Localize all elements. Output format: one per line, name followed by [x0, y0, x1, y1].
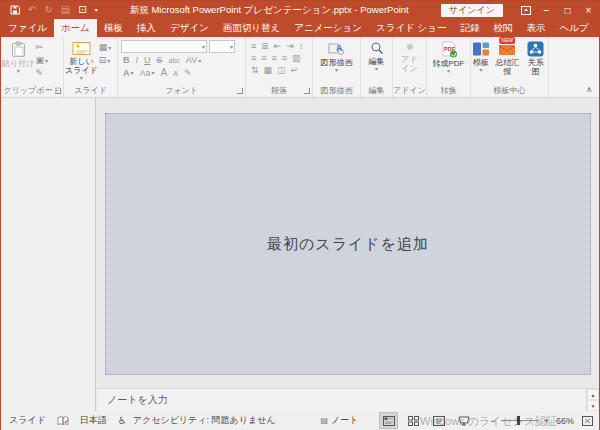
- empty-slide-text: 最初のスライドを追加: [267, 235, 429, 254]
- wrap-text-icon[interactable]: ↵: [291, 66, 299, 75]
- add-first-slide-placeholder[interactable]: 最初のスライドを追加: [105, 113, 591, 375]
- group-label-font: フォント: [118, 85, 245, 97]
- spellcheck-icon[interactable]: [57, 416, 69, 426]
- tab-review[interactable]: 校閲: [487, 19, 520, 37]
- tab-insert[interactable]: 挿入: [130, 19, 163, 37]
- decrease-indent-icon[interactable]: ⇤: [274, 42, 282, 51]
- fit-to-window-button[interactable]: [582, 416, 593, 426]
- italic-button[interactable]: I: [136, 56, 139, 65]
- slide-sorter-view-button[interactable]: [405, 413, 422, 428]
- language-indicator[interactable]: 日本語: [80, 414, 107, 427]
- text-shadow-button[interactable]: abc: [169, 57, 180, 64]
- change-case-button[interactable]: Aa: [140, 69, 151, 78]
- group-label-drawing: 図形描画: [313, 85, 360, 97]
- text-direction-icon[interactable]: ⇅: [251, 66, 259, 75]
- paste-button[interactable]: 貼り付け ▾: [1, 39, 35, 85]
- summary-report-button[interactable]: NEW 总结汇报: [491, 39, 523, 85]
- underline-button[interactable]: U: [144, 56, 151, 65]
- new-slide-button[interactable]: 新しい スライド ▾: [64, 39, 99, 85]
- zoom-out-button[interactable]: −: [490, 416, 495, 426]
- tab-slideshow[interactable]: スライド ショー: [369, 19, 453, 37]
- tab-transitions[interactable]: 画面切り替え: [216, 19, 287, 37]
- ribbon-display-options-icon[interactable]: [515, 6, 536, 15]
- grow-font-button[interactable]: A: [161, 68, 168, 78]
- numbering-icon[interactable]: ≣: [261, 42, 269, 51]
- align-left-icon[interactable]: ≡: [251, 54, 256, 63]
- maximize-button[interactable]: □: [557, 5, 578, 16]
- notes-toggle-button[interactable]: ▤ ノート: [320, 414, 358, 427]
- scroll-up-icon[interactable]: ▲: [587, 389, 599, 400]
- tab-view[interactable]: 表示: [520, 19, 553, 37]
- group-editing: 編集 ▾ 編集: [361, 37, 393, 97]
- strikethrough-button[interactable]: S: [157, 56, 163, 65]
- tab-animations[interactable]: アニメーション: [287, 19, 369, 37]
- layout-icon[interactable]: ▦: [99, 43, 108, 52]
- window-controls: − □ ×: [515, 5, 599, 16]
- slide-indicator: スライド: [9, 414, 46, 427]
- font-dialog-launcher-icon[interactable]: [237, 88, 243, 94]
- collapse-ribbon-icon[interactable]: ∧: [586, 85, 592, 94]
- font-color-button[interactable]: A: [123, 69, 130, 78]
- relationship-diagram-button[interactable]: 关系图: [523, 39, 548, 85]
- reading-view-button[interactable]: [430, 413, 447, 428]
- line-spacing-icon[interactable]: ↕: [299, 42, 304, 51]
- align-right-icon[interactable]: ≡: [272, 54, 277, 63]
- notes-scrollbar: ▲ ▼: [586, 389, 599, 411]
- zoom-slider-thumb[interactable]: [517, 416, 520, 425]
- print-preview-icon[interactable]: ▤: [61, 5, 70, 15]
- normal-view-button[interactable]: [380, 413, 397, 428]
- shrink-font-button[interactable]: A: [173, 70, 178, 77]
- convert-pdf-button[interactable]: PDF 转成PDF ▾: [432, 39, 466, 85]
- save-icon[interactable]: [10, 5, 20, 15]
- slide-canvas: 最初のスライドを追加: [97, 98, 599, 388]
- paragraph-dialog-launcher-icon[interactable]: [304, 88, 310, 94]
- close-button[interactable]: ×: [578, 5, 599, 16]
- sign-in-button[interactable]: サインイン: [441, 4, 503, 17]
- editing-button[interactable]: 編集 ▾: [368, 39, 386, 85]
- accessibility-status[interactable]: アクセシビリティ: 問題ありません: [133, 414, 276, 427]
- template-button[interactable]: 模板 ▾: [471, 39, 491, 85]
- zoom-in-button[interactable]: +: [544, 416, 549, 426]
- columns-icon[interactable]: ▥: [292, 54, 301, 63]
- start-slideshow-icon[interactable]: ⊡: [78, 5, 86, 15]
- powerpoint-window: ↶ ↻ ▤ ⊡ ▾ 新規 Microsoft PowerPoint プレゼンテー…: [0, 0, 600, 430]
- format-painter-icon[interactable]: ✎: [35, 69, 43, 78]
- bullets-icon[interactable]: ≡: [251, 42, 256, 51]
- align-text-icon[interactable]: ▦: [264, 66, 273, 75]
- group-template-center: 模板 ▾ NEW 总结汇报 关系图 模板中心: [471, 37, 549, 97]
- copy-icon[interactable]: ▣: [35, 56, 44, 65]
- group-label-slides: スライド: [64, 85, 117, 97]
- bold-button[interactable]: B: [123, 56, 130, 65]
- tab-design[interactable]: デザイン: [163, 19, 216, 37]
- notes-pane: ノートを入力 ▲ ▼: [97, 388, 599, 411]
- increase-indent-icon[interactable]: ⇥: [286, 42, 294, 51]
- tab-help[interactable]: ヘルプ: [553, 19, 596, 37]
- tab-template[interactable]: 模板: [97, 19, 130, 37]
- accessibility-icon[interactable]: ♿: [118, 415, 127, 426]
- addin-button[interactable]: アドイン: [398, 39, 422, 85]
- justify-icon[interactable]: ≡: [282, 54, 287, 63]
- zoom-level[interactable]: 66%: [554, 416, 574, 426]
- convert-smartart-icon[interactable]: ◫: [277, 66, 286, 75]
- section-icon[interactable]: ⊟: [99, 56, 107, 65]
- group-clipboard: 貼り付け ▾ ✂ ▣▾ ✎ クリップボード: [1, 37, 64, 97]
- character-spacing-button[interactable]: AV: [186, 56, 197, 65]
- font-name-combobox[interactable]: ▾: [121, 40, 207, 53]
- undo-icon[interactable]: ↶: [28, 5, 36, 15]
- tab-file[interactable]: ファイル: [1, 19, 54, 37]
- tab-pdf-tools[interactable]: PDF工具: [596, 19, 600, 37]
- slideshow-view-button[interactable]: [455, 413, 472, 428]
- clipboard-dialog-launcher-icon[interactable]: [55, 88, 61, 94]
- clear-formatting-icon[interactable]: ✎: [184, 69, 192, 78]
- cut-icon[interactable]: ✂: [35, 43, 43, 52]
- redo-icon[interactable]: ↻: [44, 5, 52, 15]
- align-center-icon[interactable]: ≡: [261, 54, 266, 63]
- tab-recording[interactable]: 記録: [454, 19, 487, 37]
- minimize-button[interactable]: −: [536, 5, 557, 16]
- tab-home[interactable]: ホーム: [54, 19, 97, 37]
- zoom-slider[interactable]: [501, 420, 539, 421]
- scroll-down-icon[interactable]: ▼: [587, 400, 599, 411]
- drawing-button[interactable]: A 図形描画 ▾: [320, 39, 354, 85]
- notes-input[interactable]: ノートを入力: [97, 393, 586, 407]
- font-size-combobox[interactable]: ▾: [209, 40, 235, 53]
